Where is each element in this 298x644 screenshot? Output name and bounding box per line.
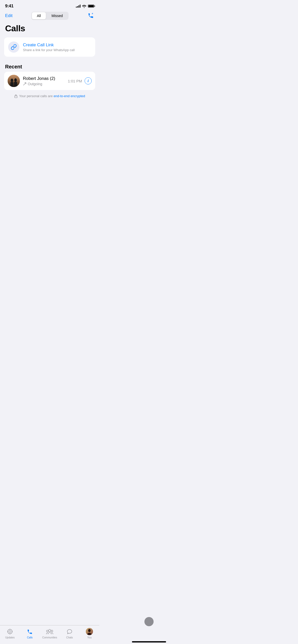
call-contact-name: Robert Jonas (2) [23, 76, 65, 81]
page-title: Calls [0, 23, 99, 37]
svg-text:+: + [92, 12, 93, 15]
add-call-button[interactable]: + [87, 12, 94, 20]
recent-section-header: Recent [0, 62, 99, 72]
svg-point-2 [11, 79, 13, 82]
lock-icon [14, 94, 18, 98]
filter-segment: All Missed [31, 12, 69, 20]
status-time: 9:41 [5, 4, 13, 9]
create-call-link-row[interactable]: Create Call Link Share a link for your W… [4, 37, 95, 57]
create-link-title: Create Call Link [23, 42, 75, 48]
add-call-icon: + [87, 12, 94, 19]
encryption-link[interactable]: end-to-end encrypted [53, 94, 85, 98]
create-link-text: Create Call Link Share a link for your W… [23, 42, 75, 52]
status-bar: 9:41 [0, 0, 99, 11]
svg-rect-5 [14, 82, 17, 87]
signal-icon [76, 5, 80, 8]
create-link-subtitle: Share a link for your WhatsApp call [23, 48, 75, 52]
encryption-text: Your personal calls are end-to-end encry… [19, 94, 85, 98]
outgoing-call-icon [23, 82, 26, 86]
svg-point-4 [14, 78, 17, 82]
link-icon [11, 44, 17, 50]
segment-all[interactable]: All [32, 12, 46, 19]
battery-icon [88, 5, 94, 8]
edit-button[interactable]: Edit [5, 13, 12, 18]
call-info-button[interactable]: i [85, 77, 92, 84]
svg-rect-1 [8, 75, 20, 87]
call-item-card: Robert Jonas (2) Outgoing 1:01 PM i [4, 72, 95, 90]
segment-missed[interactable]: Missed [46, 12, 68, 19]
call-time: 1:01 PM [68, 79, 82, 83]
call-info: Robert Jonas (2) Outgoing [23, 76, 65, 86]
call-direction: Outgoing [23, 82, 65, 86]
svg-rect-6 [15, 96, 17, 98]
call-meta: 1:01 PM i [68, 77, 92, 84]
wifi-icon [82, 5, 86, 8]
call-direction-label: Outgoing [28, 82, 42, 86]
status-icons [76, 5, 94, 8]
svg-rect-3 [10, 82, 13, 87]
create-call-link-card[interactable]: Create Call Link Share a link for your W… [4, 37, 95, 57]
nav-header: Edit All Missed + [0, 11, 99, 23]
call-list-item[interactable]: Robert Jonas (2) Outgoing 1:01 PM i [4, 72, 95, 90]
encryption-notice: Your personal calls are end-to-end encry… [0, 90, 99, 102]
avatar [8, 75, 20, 87]
link-icon-wrap [8, 41, 19, 53]
